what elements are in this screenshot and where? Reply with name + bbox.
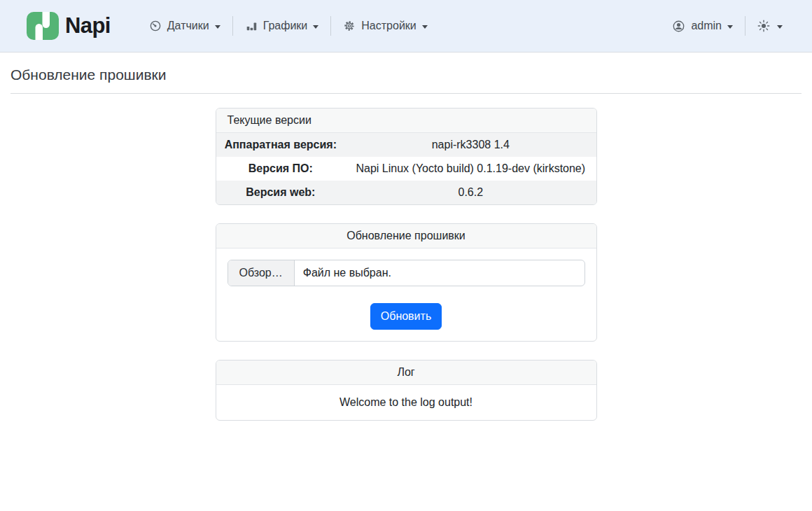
table-row: Версия web: 0.6.2 bbox=[216, 181, 596, 204]
chevron-down-icon bbox=[777, 25, 783, 29]
sun-icon bbox=[757, 20, 770, 32]
table-row: Версия ПО: Napi Linux (Yocto build) 0.1.… bbox=[216, 157, 596, 181]
brand-logo[interactable]: Napi bbox=[27, 12, 111, 41]
napi-logo-icon bbox=[27, 12, 59, 41]
version-row-value: napi-rk3308 1.4 bbox=[345, 133, 596, 157]
theme-toggle[interactable] bbox=[746, 12, 794, 40]
version-row-label: Аппаратная версия: bbox=[216, 133, 346, 157]
main-nav: Датчики Графики bbox=[137, 12, 440, 40]
log-card: Лог Welcome to the log output! bbox=[216, 360, 597, 421]
chevron-down-icon bbox=[313, 25, 318, 29]
page-title: Обновление прошивки bbox=[10, 66, 802, 83]
chevron-down-icon bbox=[727, 25, 733, 29]
gauge-icon bbox=[149, 20, 162, 32]
user-menu[interactable]: admin bbox=[660, 12, 745, 40]
firmware-file-input[interactable]: Обзор… Файл не выбран. bbox=[227, 260, 585, 286]
no-file-selected-text: Файл не выбран. bbox=[295, 260, 400, 286]
firmware-update-card: Обновление прошивки Обзор… Файл не выбра… bbox=[216, 223, 597, 342]
nav-item-sensors[interactable]: Датчики bbox=[137, 12, 232, 40]
chevron-down-icon bbox=[215, 25, 220, 29]
firmware-update-card-body: Обзор… Файл не выбран. Обновить bbox=[216, 248, 596, 341]
firmware-update-card-title: Обновление прошивки bbox=[216, 224, 596, 248]
navbar: Napi Датчики Графики bbox=[0, 0, 812, 52]
nav-label: Датчики bbox=[167, 20, 209, 32]
nav-label: Графики bbox=[263, 20, 308, 32]
person-circle-icon bbox=[672, 20, 685, 33]
cards-column: Текущие версии Аппаратная версия: napi-r… bbox=[216, 108, 597, 421]
user-nav: admin bbox=[660, 12, 794, 40]
log-card-title: Лог bbox=[216, 360, 596, 385]
version-row-value: 0.6.2 bbox=[345, 181, 596, 204]
main-content: Обновление прошивки Текущие версии Аппар… bbox=[0, 66, 812, 421]
nav-item-charts[interactable]: Графики bbox=[233, 12, 331, 40]
username: admin bbox=[691, 20, 722, 32]
table-row: Аппаратная версия: napi-rk3308 1.4 bbox=[216, 133, 596, 157]
submit-row: Обновить bbox=[227, 303, 585, 330]
nav-item-settings[interactable]: Настройки bbox=[331, 12, 439, 40]
version-row-label: Версия ПО: bbox=[216, 157, 346, 181]
title-divider bbox=[10, 93, 802, 94]
nav-label: Настройки bbox=[361, 20, 416, 32]
version-row-label: Версия web: bbox=[216, 181, 346, 204]
update-button[interactable]: Обновить bbox=[370, 303, 442, 330]
gear-icon bbox=[343, 20, 356, 32]
brand-name: Napi bbox=[65, 13, 111, 38]
browse-button[interactable]: Обзор… bbox=[228, 260, 295, 286]
versions-card-title: Текущие версии bbox=[216, 108, 596, 133]
version-row-value: Napi Linux (Yocto build) 0.1.19-dev (kir… bbox=[345, 157, 596, 181]
versions-table: Аппаратная версия: napi-rk3308 1.4 Верси… bbox=[216, 133, 596, 204]
chevron-down-icon bbox=[422, 25, 428, 29]
bar-chart-icon bbox=[245, 20, 258, 32]
versions-card: Текущие версии Аппаратная версия: napi-r… bbox=[216, 108, 597, 205]
log-output: Welcome to the log output! bbox=[216, 385, 596, 420]
